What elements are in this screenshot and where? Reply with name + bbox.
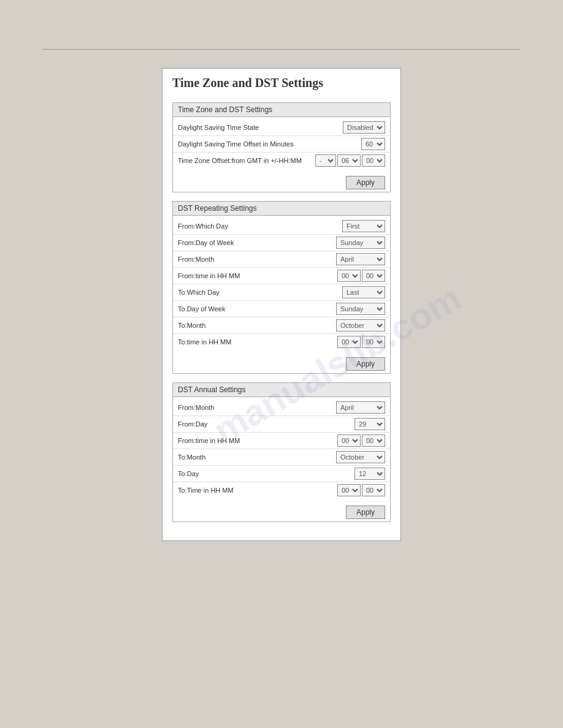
- select-annual-to-mm[interactable]: 00153045: [362, 484, 385, 496]
- label-to-time: To:time in HH MM: [178, 338, 337, 346]
- section-timezone-header: Time Zone and DST Settings: [173, 103, 390, 117]
- control-from-which-day: FirstSecondThirdFourthLast: [342, 220, 385, 232]
- row-to-day-of-week: To:Day of Week SundayMondayTuesdayWednes…: [173, 301, 390, 317]
- apply-button-1[interactable]: Apply: [346, 176, 385, 189]
- section-dst-repeating-body: From:Which Day FirstSecondThirdFourthLas…: [173, 216, 390, 352]
- row-to-which-day: To:Which Day FirstSecondThirdFourthLast: [173, 284, 390, 301]
- page-title: Time Zone and DST Settings: [172, 76, 391, 93]
- select-annual-from-day[interactable]: 12345 678910 1112131415 1617181920 21222…: [354, 418, 385, 430]
- select-from-month[interactable]: JanuaryFebruaryMarchApril MayJuneJulyAug…: [336, 253, 385, 265]
- label-from-time: From:time in HH MM: [178, 272, 337, 279]
- row-annual-from-month: From:Month JanuaryFebruaryMarchApril May…: [173, 400, 390, 416]
- row-annual-from-day: From:Day 12345 678910 1112131415 1617181…: [173, 416, 390, 433]
- section-timezone: Time Zone and DST Settings Daylight Savi…: [172, 102, 391, 192]
- control-dst-offset: 60 30 90: [361, 138, 385, 150]
- main-box: Time Zone and DST Settings Time Zone and…: [162, 68, 401, 541]
- select-annual-to-day[interactable]: 12345 678910 1112131415 1617181920 21222…: [354, 468, 385, 480]
- select-annual-from-mm[interactable]: 00153045: [362, 434, 385, 447]
- label-annual-from-day: From:Day: [178, 420, 354, 428]
- row-annual-from-time: From:time in HH MM 0001020304 0506070809…: [173, 433, 390, 449]
- control-from-day-of-week: SundayMondayTuesdayWednesdayThursdayFrid…: [336, 237, 385, 249]
- top-divider: [42, 49, 521, 50]
- label-to-month: To:Month: [178, 322, 336, 329]
- control-annual-from-month: JanuaryFebruaryMarchApril MayJuneJulyAug…: [336, 401, 385, 414]
- label-from-which-day: From:Which Day: [178, 222, 342, 230]
- row-from-time: From:time in HH MM 0001020304 0506070809…: [173, 268, 390, 284]
- control-annual-from-day: 12345 678910 1112131415 1617181920 21222…: [354, 418, 385, 430]
- label-from-month: From:Month: [178, 256, 336, 263]
- select-to-mm[interactable]: 00153045: [362, 336, 385, 348]
- label-dst-offset: Daylight Saving Time Offset in Minutes: [178, 140, 361, 148]
- label-dst-state: Daylight Saving Time State: [178, 124, 343, 131]
- section-dst-repeating: DST Repeating Settings From:Which Day Fi…: [172, 201, 391, 374]
- select-annual-from-month[interactable]: JanuaryFebruaryMarchApril MayJuneJulyAug…: [336, 401, 385, 414]
- row-tz-offset: Time Zone Offset:from GMT in +/-HH:MM - …: [173, 153, 390, 169]
- label-annual-to-day: To:Day: [178, 470, 354, 477]
- row-annual-to-day: To:Day 12345 678910 1112131415 161718192…: [173, 466, 390, 482]
- apply-button-3[interactable]: Apply: [346, 506, 385, 519]
- control-dst-state: Disabled Enabled: [343, 121, 385, 134]
- label-annual-to-time: To:Time in HH MM: [178, 487, 337, 494]
- row-to-time: To:time in HH MM 0001020304 0506070809 1…: [173, 334, 390, 350]
- label-annual-to-month: To:Month: [178, 453, 336, 461]
- section-timezone-body: Daylight Saving Time State Disabled Enab…: [173, 117, 390, 171]
- row-from-day-of-week: From:Day of Week SundayMondayTuesdayWedn…: [173, 235, 390, 251]
- select-from-day-of-week[interactable]: SundayMondayTuesdayWednesdayThursdayFrid…: [336, 237, 385, 249]
- section-dst-annual: DST Annual Settings From:Month JanuaryFe…: [172, 382, 391, 522]
- row-dst-state: Daylight Saving Time State Disabled Enab…: [173, 119, 390, 136]
- apply-row-3: Apply: [173, 501, 390, 521]
- select-to-which-day[interactable]: FirstSecondThirdFourthLast: [342, 286, 385, 298]
- page-wrapper: Time Zone and DST Settings Time Zone and…: [12, 49, 551, 703]
- section-dst-annual-header: DST Annual Settings: [173, 383, 390, 397]
- select-to-hh[interactable]: 0001020304 0506070809 101112: [337, 336, 361, 348]
- select-from-which-day[interactable]: FirstSecondThirdFourthLast: [342, 220, 385, 232]
- select-from-hh[interactable]: 0001020304 0506070809 101112: [337, 270, 361, 282]
- row-to-month: To:Month JanuaryFebruaryMarchApril MayJu…: [173, 317, 390, 334]
- control-annual-to-time: 0001020304 0506070809 101112 00153045: [337, 484, 385, 496]
- row-annual-to-time: To:Time in HH MM 0001020304 0506070809 1…: [173, 482, 390, 498]
- row-from-month: From:Month JanuaryFebruaryMarchApril May…: [173, 251, 390, 268]
- apply-row-2: Apply: [173, 352, 390, 373]
- control-from-time: 0001020304 0506070809 101112 00153045: [337, 270, 385, 282]
- select-to-day-of-week[interactable]: SundayMondayTuesdayWednesdayThursdayFrid…: [336, 303, 385, 315]
- control-from-month: JanuaryFebruaryMarchApril MayJuneJulyAug…: [336, 253, 385, 265]
- row-from-which-day: From:Which Day FirstSecondThirdFourthLas…: [173, 218, 390, 235]
- select-tz-sign[interactable]: - +: [315, 154, 336, 167]
- apply-row-1: Apply: [173, 171, 390, 192]
- select-tz-hh[interactable]: 00010203 04050607 0809101112: [337, 154, 361, 167]
- control-annual-to-day: 12345 678910 1112131415 1617181920 21222…: [354, 468, 385, 480]
- section-dst-annual-body: From:Month JanuaryFebruaryMarchApril May…: [173, 397, 390, 501]
- select-annual-from-hh[interactable]: 0001020304 0506070809 101112: [337, 434, 361, 447]
- control-annual-from-time: 0001020304 0506070809 101112 00153045: [337, 434, 385, 447]
- row-dst-offset: Daylight Saving Time Offset in Minutes 6…: [173, 136, 390, 153]
- label-to-which-day: To:Which Day: [178, 289, 342, 296]
- apply-button-2[interactable]: Apply: [346, 357, 385, 371]
- control-tz-offset: - + 00010203 04050607 0809101112 0015304…: [315, 154, 385, 167]
- control-to-day-of-week: SundayMondayTuesdayWednesdayThursdayFrid…: [336, 303, 385, 315]
- label-from-day-of-week: From:Day of Week: [178, 239, 336, 246]
- label-to-day-of-week: To:Day of Week: [178, 305, 336, 313]
- select-tz-mm[interactable]: 00153045: [362, 154, 385, 167]
- label-tz-offset: Time Zone Offset:from GMT in +/-HH:MM: [178, 157, 315, 164]
- select-annual-to-month[interactable]: JanuaryFebruaryMarchApril MayJuneJulyAug…: [336, 451, 385, 463]
- control-annual-to-month: JanuaryFebruaryMarchApril MayJuneJulyAug…: [336, 451, 385, 463]
- select-dst-offset[interactable]: 60 30 90: [361, 138, 385, 150]
- select-to-month[interactable]: JanuaryFebruaryMarchApril MayJuneJulyAug…: [336, 319, 385, 332]
- select-dst-state[interactable]: Disabled Enabled: [343, 121, 385, 134]
- control-to-which-day: FirstSecondThirdFourthLast: [342, 286, 385, 298]
- control-to-month: JanuaryFebruaryMarchApril MayJuneJulyAug…: [336, 319, 385, 332]
- label-annual-from-time: From:time in HH MM: [178, 437, 337, 444]
- row-annual-to-month: To:Month JanuaryFebruaryMarchApril MayJu…: [173, 449, 390, 466]
- select-annual-to-hh[interactable]: 0001020304 0506070809 101112: [337, 484, 361, 496]
- control-to-time: 0001020304 0506070809 101112 00153045: [337, 336, 385, 348]
- select-from-mm[interactable]: 00153045: [362, 270, 385, 282]
- label-annual-from-month: From:Month: [178, 404, 336, 411]
- section-dst-repeating-header: DST Repeating Settings: [173, 202, 390, 216]
